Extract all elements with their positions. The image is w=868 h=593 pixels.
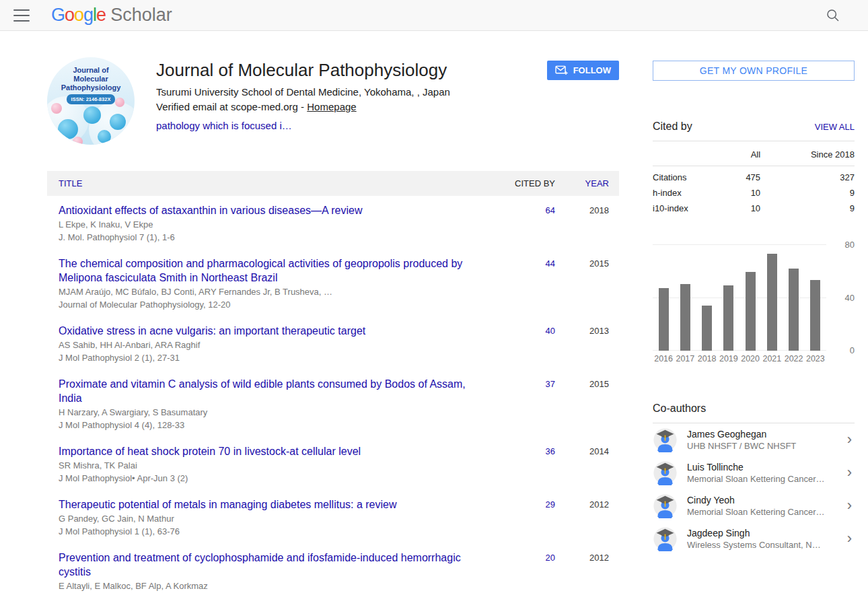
follow-button[interactable]: FOLLOW <box>547 61 619 80</box>
coauthor-affiliation: Wireless Systems Consultant, N… <box>687 539 842 551</box>
publication-authors: G Pandey, GC Jain, N Mathur <box>59 513 488 524</box>
search-icon[interactable] <box>826 9 840 22</box>
coauthor-name[interactable]: James Geoghegan <box>687 428 842 440</box>
publication-authors: E Altayli, E Malkoc, BF Alp, A Korkmaz <box>59 580 488 592</box>
chevron-right-icon[interactable]: › <box>842 531 855 547</box>
coauthor-item[interactable]: James Geoghegan UHB NHSFT / BWC NHSFT › <box>653 423 855 456</box>
avatar-issn-badge: ISSN: 2146-832X <box>67 94 116 104</box>
coauthor-item[interactable]: Luis Tollinche Memorial Sloan Kettering … <box>653 456 855 489</box>
coauthor-item[interactable]: Jagdeep Singh Wireless Systems Consultan… <box>653 522 855 555</box>
homepage-link[interactable]: Homepage <box>307 101 356 112</box>
chart-bar[interactable] <box>789 269 799 351</box>
citations-per-year-chart: 2016 2017 2018 2019 2020 2021 2022 2023 … <box>653 244 855 363</box>
cited-count-link[interactable]: 64 <box>488 203 555 217</box>
publication-authors: AS Sahib, HH Al-Anbari, ARA Raghif <box>59 339 488 351</box>
profile-header: Journal of Molecular Pathophysiology ISS… <box>47 57 619 146</box>
chart-bar[interactable] <box>680 284 690 351</box>
stats-row: i10-index 10 9 <box>653 201 855 216</box>
stat-value-since: 327 <box>760 166 855 186</box>
view-all-link[interactable]: VIEW ALL <box>815 122 855 132</box>
publication-year: 2014 <box>555 444 619 458</box>
profile-interests-link[interactable]: pathology which is focused i… <box>156 120 450 131</box>
publication-year: 2018 <box>555 203 619 217</box>
get-my-own-profile-button[interactable]: GET MY OWN PROFILE <box>653 61 855 81</box>
coauthor-name[interactable]: Jagdeep Singh <box>687 527 842 539</box>
menu-icon[interactable] <box>13 9 30 22</box>
x-tick: 2016 <box>653 354 674 363</box>
chart-bar[interactable] <box>659 288 669 351</box>
cited-count-link[interactable]: 44 <box>488 256 555 271</box>
chart-bar[interactable] <box>723 285 733 351</box>
publication-authors: H Narzary, A Swargiary, S Basumatary <box>59 407 488 418</box>
coauthor-name[interactable]: Cindy Yeoh <box>687 494 842 506</box>
publication-row: Prevention and treatment of cyclophospha… <box>47 543 619 593</box>
publication-row: Oxidative stress in acne vulgaris: an im… <box>47 316 619 370</box>
publication-title-link[interactable]: The chemical composition and pharmacolog… <box>59 256 488 285</box>
citation-stats-table: All Since 2018 Citations 475 327 h-index… <box>653 143 855 216</box>
publication-authors: SR Mishra, TK Palai <box>59 460 488 471</box>
publications-table-header: TITLE CITED BY YEAR <box>47 171 619 196</box>
profile-avatar: Journal of Molecular Pathophysiology ISS… <box>47 57 135 145</box>
cited-count-link[interactable]: 37 <box>488 377 555 391</box>
publication-title-link[interactable]: Proximate and vitamin C analysis of wild… <box>59 377 488 405</box>
google-scholar-logo[interactable]: Google Scholar <box>51 5 172 26</box>
publication-title-link[interactable]: Oxidative stress in acne vulgaris: an im… <box>59 324 488 338</box>
cited-count-link[interactable]: 36 <box>488 444 555 458</box>
x-tick: 2020 <box>739 354 761 363</box>
cited-count-link[interactable]: 20 <box>488 551 555 565</box>
cited-count-link[interactable]: 29 <box>488 497 555 512</box>
chevron-right-icon[interactable]: › <box>842 498 855 514</box>
logo-letter: G <box>51 5 65 26</box>
publication-row: Antioxidant effects of astaxanthin in va… <box>47 196 619 249</box>
logo-letter: o <box>74 5 83 26</box>
coauthor-item[interactable]: Cindy Yeoh Memorial Sloan Kettering Canc… <box>653 489 855 522</box>
chart-bar[interactable] <box>767 254 777 351</box>
coauthor-affiliation: Memorial Sloan Kettering Cancer… <box>687 473 842 485</box>
publication-venue: J Mol Pathophysiol• Apr-Jun 3 (2) <box>59 473 488 484</box>
stat-value-all: 475 <box>729 166 760 186</box>
publication-venue: J. Mol. Pathophysiol 7 (1), 1-6 <box>59 232 488 243</box>
chevron-right-icon[interactable]: › <box>842 432 855 448</box>
stat-label: Citations <box>653 166 729 186</box>
x-tick: 2017 <box>674 354 696 363</box>
stat-value-all: 10 <box>729 185 760 201</box>
sort-by-cited-label: CITED BY <box>488 178 555 188</box>
publication-row: Therapeutic potential of metals in manag… <box>47 490 619 543</box>
stat-value-since: 9 <box>760 201 855 216</box>
avatar-journal-cover-text: Journal of Molecular Pathophysiology ISS… <box>47 57 135 104</box>
divider <box>653 141 855 141</box>
coauthor-name[interactable]: Luis Tollinche <box>687 461 842 473</box>
publication-year: 2015 <box>555 377 619 391</box>
stats-row: h-index 10 9 <box>653 185 855 201</box>
publication-row: The chemical composition and pharmacolog… <box>47 249 619 316</box>
sort-by-year-link[interactable]: YEAR <box>555 178 619 188</box>
scholar-avatar-icon <box>653 460 678 485</box>
x-tick: 2023 <box>805 354 826 363</box>
publication-year: 2013 <box>555 324 619 338</box>
publication-title-link[interactable]: Antioxidant effects of astaxanthin in va… <box>59 203 488 217</box>
publication-venue: J Mol Pathophysiol 1 (1), 63-76 <box>59 526 488 537</box>
publication-title-link[interactable]: Therapeutic potential of metals in manag… <box>59 497 488 512</box>
chart-bar[interactable] <box>702 306 712 351</box>
profile-name: Journal of Molecular Pathophysiology <box>156 59 450 81</box>
scholar-avatar-icon <box>653 526 678 551</box>
cited-count-link[interactable]: 40 <box>488 324 555 338</box>
stat-value-since: 9 <box>760 185 855 201</box>
publication-row: Importance of heat shock protein 70 in l… <box>47 437 619 490</box>
stats-row: Citations 475 327 <box>653 166 855 186</box>
publication-year: 2012 <box>555 497 619 512</box>
publication-row: Proximate and vitamin C analysis of wild… <box>47 370 619 437</box>
follow-button-label: FOLLOW <box>573 65 611 75</box>
chart-bar[interactable] <box>746 272 756 351</box>
chevron-right-icon[interactable]: › <box>842 465 855 481</box>
publication-authors: MJAM Araújo, MC Búfalo, BJ Conti, ARY Fe… <box>59 286 488 298</box>
stat-label: h-index <box>653 185 729 201</box>
sort-by-title-link[interactable]: TITLE <box>47 178 488 188</box>
publication-title-link[interactable]: Prevention and treatment of cyclophospha… <box>59 551 488 579</box>
y-tick: 80 <box>830 240 855 250</box>
chart-bar[interactable] <box>810 280 820 351</box>
chart-x-axis: 2016 2017 2018 2019 2020 2021 2022 2023 <box>653 354 826 363</box>
publication-venue: J Mol Pathophysiol 4 (4), 128-33 <box>59 419 488 431</box>
y-tick: 40 <box>830 293 855 303</box>
publication-title-link[interactable]: Importance of heat shock protein 70 in l… <box>59 444 488 458</box>
